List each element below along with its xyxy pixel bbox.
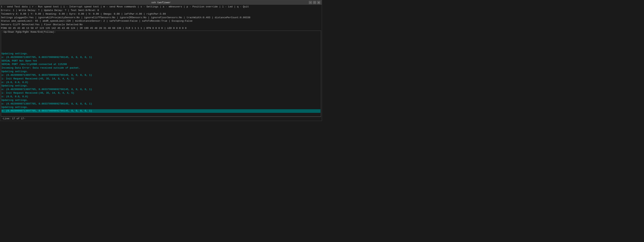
info-line: Settings pluggedIn:Yes | ignoreAllProxim… [1,16,321,19]
scrollback-box: -Up/Down PgUp/PgDn Home/End(follow)- Upd… [1,31,321,117]
term-line: i: Init Request Received:(45, 35, 14, 8,… [2,77,320,81]
info-line: Sensors Cliff Detected:Yes | Floor Obsta… [1,23,321,27]
term-line: o: (0.40299999713897705, 0.0033799998927… [2,102,320,106]
term-line: Updating settings. [2,84,320,88]
terminal-content: t - send Test data | r - Run speed test … [0,5,322,121]
term-line: o: (0.40299999713897705, 0.0033799998927… [2,109,320,113]
term-line: SERIAL PORT /dev/ttyUSB0 connected at 11… [2,63,320,66]
info-line: Status abd_speedLimit: 65 | abdR_speedLi… [1,19,321,23]
term-line: Updating settings. [2,106,320,109]
title-bar: ssh twoflower — □ ✕ [0,0,322,5]
term-line: o: (0.40299999713897705, 0.0033799998927… [2,56,320,59]
info-lines: t - send Test data | r - Run speed test … [1,5,321,30]
status-line-text: -Line: 17 of 17- [2,117,320,120]
info-line: Errors: 1 | Write Delay: ? | Update Dela… [1,9,321,12]
scrollback-body[interactable]: Updating settings.o: (0.4029999971389770… [1,33,321,117]
term-line: Updating settings. [2,99,320,102]
term-line: o: (0.40299999713897705, 0.0033799998927… [2,88,320,91]
minimize-button[interactable]: — [309,1,312,4]
term-line: Updating settings. [2,70,320,74]
term-line: SERIAL PORT Not Open Yet [2,59,320,63]
info-line: Telemetry X: 0.00 | Y: 0.00 | Heading: 0… [1,12,321,16]
status-bar: -Line: 17 of 17- [1,117,321,121]
info-line: t - send Test data | r - Run speed test … [1,5,321,9]
term-line: o: (0.0, 0.0, 0.0) [2,95,320,99]
window-controls: — □ ✕ [309,1,320,4]
terminal-window: ssh twoflower — □ ✕ t - send Test data |… [0,0,322,121]
scrollback-label: -Up/Down PgUp/PgDn Home/End(follow)- [2,31,56,34]
term-line: i: Init Request Received:(46, 35, 14, 8,… [2,91,320,95]
info-line: PING 83 45 43 48 13 58 47 123 135 142 45… [1,27,321,30]
term-line: Incoming Data Error: Data received outsi… [2,66,320,70]
maximize-button[interactable]: □ [313,1,316,4]
term-line-empty [2,113,320,117]
term-line: Updating settings. [2,52,320,56]
term-line: o: (0.40299999713897705, 0.0033799998927… [2,74,320,77]
term-line: o: (0.0, 0.0, 0.0) [2,81,320,84]
window-title: ssh twoflower [151,1,170,4]
close-button[interactable]: ✕ [317,1,320,4]
